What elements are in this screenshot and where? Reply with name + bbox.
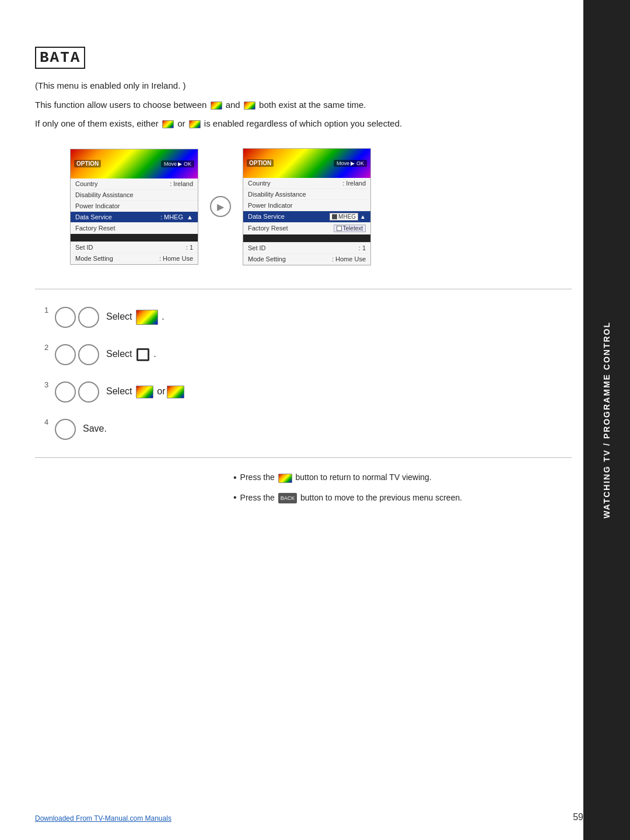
step-3-text: Select or: [106, 385, 186, 398]
sidebar-label: WATCHING TV / PROGRAMME CONTROL: [602, 321, 611, 519]
step-2-label: Select .: [106, 348, 156, 361]
back-icon: BACK: [278, 493, 298, 503]
teletext-icon-2: [189, 120, 201, 128]
menu-row-mode-right: Mode Setting : Home Use: [243, 254, 370, 265]
tv-menu-top-left: OPTION Move ▶ OK: [71, 149, 198, 178]
step-2-icon: [136, 348, 149, 361]
step-2-circle-a: [55, 344, 76, 365]
step-2-circle-b: [78, 344, 99, 365]
menu-row-setid-left: Set ID : 1: [71, 242, 198, 253]
page-number: 59: [573, 812, 583, 822]
step-4-label: Save.: [83, 422, 107, 435]
step-1-label: Select .: [106, 310, 164, 325]
step-4-number: 4: [44, 418, 48, 426]
step-4-text: Save.: [83, 422, 107, 435]
step-2: 2 Select .: [47, 344, 572, 365]
tv-menu-top-right: OPTION Move ▶ OK: [243, 149, 370, 178]
step-1: 1 Select .: [47, 307, 572, 328]
right-sidebar: WATCHING TV / PROGRAMME CONTROL: [583, 0, 630, 840]
menu-row-factory-right: Factory Reset Teletext: [243, 223, 370, 235]
teletext-icon: [244, 102, 256, 110]
menu-row-power-left: Power Indicator: [71, 201, 198, 212]
step-4-circles: [55, 419, 76, 440]
main-content: BATA (This menu is enabled only in Irela…: [35, 47, 572, 805]
menu-black-bar-left: [71, 234, 198, 242]
intro-text-3: If only one of them exists, either or is…: [35, 117, 572, 131]
step-1-number: 1: [44, 306, 48, 314]
note-1-icon: [278, 474, 292, 483]
tv-menu-left: OPTION Move ▶ OK Country : Ireland Disab…: [70, 149, 198, 265]
menu-row-disability-right: Disability Assistance: [243, 189, 370, 200]
menu-row-dataservice-right: Data Service MHEG ▲: [243, 211, 370, 223]
step-2-number: 2: [44, 343, 48, 352]
step-3-circles: [55, 382, 99, 402]
steps-area: 1 Select . 2 Select .: [47, 307, 572, 440]
step-3-icon-a: [136, 386, 153, 398]
arrow-circle: ▶: [210, 196, 231, 217]
menu-row-dataservice-left: Data Service : MHEG ▲: [71, 212, 198, 223]
bottom-divider: [35, 457, 572, 458]
step-3-number: 3: [44, 380, 48, 389]
step-3-label: Select or: [106, 385, 186, 398]
step-2-text: Select .: [106, 348, 156, 361]
menu-row-country-left: Country : Ireland: [71, 178, 198, 190]
step-1-circle-b: [78, 307, 99, 328]
step-1-text: Select .: [106, 310, 164, 325]
bottom-notes: • Press the button to return to normal T…: [233, 470, 572, 507]
menu-row-country-right: Country : Ireland: [243, 178, 370, 189]
menu-black-bar-right: [243, 235, 370, 243]
menu-row-mode-left: Mode Setting : Home Use: [71, 253, 198, 264]
menu-row-power-right: Power Indicator: [243, 200, 370, 211]
menu-row-factory-left: Factory Reset: [71, 223, 198, 234]
mheg-icon-2: [162, 120, 174, 128]
step-1-circle-a: [55, 307, 76, 328]
note-2-text: Press the BACK button to move to the pre…: [240, 491, 462, 505]
step-1-circles: [55, 307, 99, 328]
step-3: 3 Select or: [47, 382, 572, 402]
tv-menu-right: OPTION Move ▶ OK Country : Ireland Disab…: [243, 148, 371, 265]
step-1-icon: [136, 310, 158, 325]
bottom-note-1: • Press the button to return to normal T…: [233, 470, 572, 487]
step-3-icon-b: [167, 386, 184, 398]
screenshots-row: OPTION Move ▶ OK Country : Ireland Disab…: [70, 148, 572, 265]
step-4-circle-a: [55, 419, 76, 440]
step-4: 4 Save.: [47, 419, 572, 440]
mheg-icon: [211, 102, 222, 110]
step-3-circle-b: [78, 382, 99, 402]
arrow-between: ▶: [210, 196, 231, 217]
divider-1: [35, 289, 572, 289]
step-2-circles: [55, 344, 99, 365]
step-3-circle-a: [55, 382, 76, 402]
page-title: BATA: [35, 47, 85, 69]
menu-row-setid-right: Set ID : 1: [243, 243, 370, 254]
bottom-note-2: • Press the BACK button to move to the p…: [233, 489, 572, 506]
intro-text-1: (This menu is enabled only in Ireland. ): [35, 79, 572, 93]
footer-link[interactable]: Downloaded From TV-Manual.com Manuals: [35, 814, 172, 822]
intro-text-2: This function allow users to choose betw…: [35, 99, 572, 112]
note-1-text: Press the button to return to normal TV …: [240, 470, 432, 485]
menu-row-disability-left: Disability Assistance: [71, 190, 198, 201]
